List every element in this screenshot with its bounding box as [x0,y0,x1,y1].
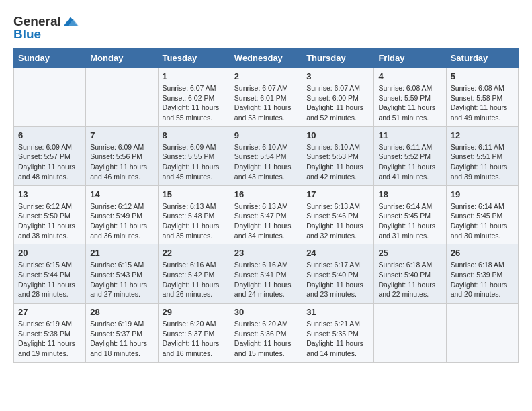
cell-info: Sunrise: 6:10 AM Sunset: 5:53 PM Dayligh… [306,142,369,182]
calendar-cell: 24Sunrise: 6:17 AM Sunset: 5:40 PM Dayli… [302,244,374,304]
calendar-week-row: 27Sunrise: 6:19 AM Sunset: 5:38 PM Dayli… [14,304,519,363]
calendar-cell: 31Sunrise: 6:21 AM Sunset: 5:35 PM Dayli… [302,304,374,363]
cell-info: Sunrise: 6:14 AM Sunset: 5:45 PM Dayligh… [378,201,441,241]
calendar-cell: 26Sunrise: 6:18 AM Sunset: 5:39 PM Dayli… [446,244,518,304]
calendar-cell: 20Sunrise: 6:15 AM Sunset: 5:44 PM Dayli… [14,244,86,304]
day-number: 5 [451,71,514,81]
calendar-cell: 14Sunrise: 6:12 AM Sunset: 5:49 PM Dayli… [86,185,158,244]
calendar-cell: 6Sunrise: 6:09 AM Sunset: 5:57 PM Daylig… [14,126,86,185]
cell-info: Sunrise: 6:19 AM Sunset: 5:37 PM Dayligh… [90,319,153,359]
calendar-cell: 29Sunrise: 6:20 AM Sunset: 5:37 PM Dayli… [158,304,230,363]
day-header-tuesday: Tuesday [158,49,230,68]
calendar-cell: 27Sunrise: 6:19 AM Sunset: 5:38 PM Dayli… [14,304,86,363]
calendar-week-row: 6Sunrise: 6:09 AM Sunset: 5:57 PM Daylig… [14,126,519,185]
calendar-header-row: SundayMondayTuesdayWednesdayThursdayFrid… [14,49,519,68]
cell-info: Sunrise: 6:12 AM Sunset: 5:50 PM Dayligh… [18,201,81,241]
cell-info: Sunrise: 6:08 AM Sunset: 5:58 PM Dayligh… [451,83,514,123]
cell-info: Sunrise: 6:20 AM Sunset: 5:36 PM Dayligh… [234,319,298,359]
day-number: 17 [306,189,369,199]
calendar-cell: 7Sunrise: 6:09 AM Sunset: 5:56 PM Daylig… [86,126,158,185]
day-header-thursday: Thursday [302,49,374,68]
day-header-monday: Monday [86,49,158,68]
calendar-cell: 1Sunrise: 6:07 AM Sunset: 6:02 PM Daylig… [158,68,230,127]
cell-info: Sunrise: 6:17 AM Sunset: 5:40 PM Dayligh… [306,260,369,300]
day-number: 11 [378,130,441,140]
day-number: 7 [90,130,153,140]
calendar-cell: 8Sunrise: 6:09 AM Sunset: 5:55 PM Daylig… [158,126,230,185]
calendar-week-row: 1Sunrise: 6:07 AM Sunset: 6:02 PM Daylig… [14,68,519,127]
day-header-sunday: Sunday [14,49,86,68]
cell-info: Sunrise: 6:07 AM Sunset: 6:01 PM Dayligh… [234,83,298,123]
day-number: 16 [234,189,298,199]
calendar-cell: 30Sunrise: 6:20 AM Sunset: 5:36 PM Dayli… [230,304,302,363]
cell-info: Sunrise: 6:18 AM Sunset: 5:39 PM Dayligh… [451,260,514,300]
day-number: 1 [163,71,226,81]
day-number: 25 [378,248,441,258]
day-number: 27 [18,307,81,317]
day-number: 15 [163,189,226,199]
calendar-cell: 11Sunrise: 6:11 AM Sunset: 5:52 PM Dayli… [374,126,446,185]
calendar-cell: 5Sunrise: 6:08 AM Sunset: 5:58 PM Daylig… [446,68,518,127]
calendar-cell: 28Sunrise: 6:19 AM Sunset: 5:37 PM Dayli… [86,304,158,363]
cell-info: Sunrise: 6:21 AM Sunset: 5:35 PM Dayligh… [306,319,369,359]
day-number: 14 [90,189,153,199]
cell-info: Sunrise: 6:15 AM Sunset: 5:44 PM Dayligh… [18,260,81,300]
day-number: 29 [163,307,226,317]
calendar-week-row: 20Sunrise: 6:15 AM Sunset: 5:44 PM Dayli… [14,244,519,304]
day-number: 22 [163,248,226,258]
calendar-cell: 3Sunrise: 6:07 AM Sunset: 6:00 PM Daylig… [302,68,374,127]
calendar-cell: 19Sunrise: 6:14 AM Sunset: 5:45 PM Dayli… [446,185,518,244]
day-number: 20 [18,248,81,258]
day-number: 3 [306,71,369,81]
cell-info: Sunrise: 6:19 AM Sunset: 5:38 PM Dayligh… [18,319,81,359]
calendar-cell: 18Sunrise: 6:14 AM Sunset: 5:45 PM Dayli… [374,185,446,244]
logo: General Blue [13,13,79,42]
calendar-table: SundayMondayTuesdayWednesdayThursdayFrid… [13,48,519,363]
day-number: 21 [90,248,153,258]
day-number: 30 [234,307,298,317]
cell-info: Sunrise: 6:11 AM Sunset: 5:52 PM Dayligh… [378,142,441,182]
day-number: 19 [451,189,514,199]
calendar-cell: 2Sunrise: 6:07 AM Sunset: 6:01 PM Daylig… [230,68,302,127]
calendar-cell: 12Sunrise: 6:11 AM Sunset: 5:51 PM Dayli… [446,126,518,185]
cell-info: Sunrise: 6:13 AM Sunset: 5:48 PM Dayligh… [163,201,226,241]
day-number: 12 [451,130,514,140]
day-number: 31 [306,307,369,317]
page-header: General Blue [13,13,519,42]
calendar-cell: 23Sunrise: 6:16 AM Sunset: 5:41 PM Dayli… [230,244,302,304]
calendar-cell: 10Sunrise: 6:10 AM Sunset: 5:53 PM Dayli… [302,126,374,185]
day-number: 13 [18,189,81,199]
cell-info: Sunrise: 6:08 AM Sunset: 5:59 PM Dayligh… [378,83,441,123]
cell-info: Sunrise: 6:12 AM Sunset: 5:49 PM Dayligh… [90,201,153,241]
day-number: 23 [234,248,298,258]
calendar-cell: 16Sunrise: 6:13 AM Sunset: 5:47 PM Dayli… [230,185,302,244]
day-number: 9 [234,130,298,140]
calendar-cell: 21Sunrise: 6:15 AM Sunset: 5:43 PM Dayli… [86,244,158,304]
cell-info: Sunrise: 6:07 AM Sunset: 6:00 PM Dayligh… [306,83,369,123]
day-number: 8 [163,130,226,140]
day-number: 2 [234,71,298,81]
cell-info: Sunrise: 6:18 AM Sunset: 5:40 PM Dayligh… [378,260,441,300]
cell-info: Sunrise: 6:09 AM Sunset: 5:56 PM Dayligh… [90,142,153,182]
day-number: 6 [18,130,81,140]
day-number: 26 [451,248,514,258]
calendar-cell [86,68,158,127]
cell-info: Sunrise: 6:07 AM Sunset: 6:02 PM Dayligh… [163,83,226,123]
calendar-cell: 9Sunrise: 6:10 AM Sunset: 5:54 PM Daylig… [230,126,302,185]
cell-info: Sunrise: 6:14 AM Sunset: 5:45 PM Dayligh… [451,201,514,241]
logo-icon [62,13,79,30]
calendar-cell: 4Sunrise: 6:08 AM Sunset: 5:59 PM Daylig… [374,68,446,127]
cell-info: Sunrise: 6:15 AM Sunset: 5:43 PM Dayligh… [90,260,153,300]
cell-info: Sunrise: 6:09 AM Sunset: 5:55 PM Dayligh… [163,142,226,182]
day-number: 24 [306,248,369,258]
calendar-cell: 15Sunrise: 6:13 AM Sunset: 5:48 PM Dayli… [158,185,230,244]
day-number: 18 [378,189,441,199]
cell-info: Sunrise: 6:09 AM Sunset: 5:57 PM Dayligh… [18,142,81,182]
cell-info: Sunrise: 6:13 AM Sunset: 5:46 PM Dayligh… [306,201,369,241]
calendar-cell: 17Sunrise: 6:13 AM Sunset: 5:46 PM Dayli… [302,185,374,244]
calendar-cell: 13Sunrise: 6:12 AM Sunset: 5:50 PM Dayli… [14,185,86,244]
day-header-saturday: Saturday [446,49,518,68]
calendar-cell [374,304,446,363]
day-header-wednesday: Wednesday [230,49,302,68]
cell-info: Sunrise: 6:11 AM Sunset: 5:51 PM Dayligh… [451,142,514,182]
